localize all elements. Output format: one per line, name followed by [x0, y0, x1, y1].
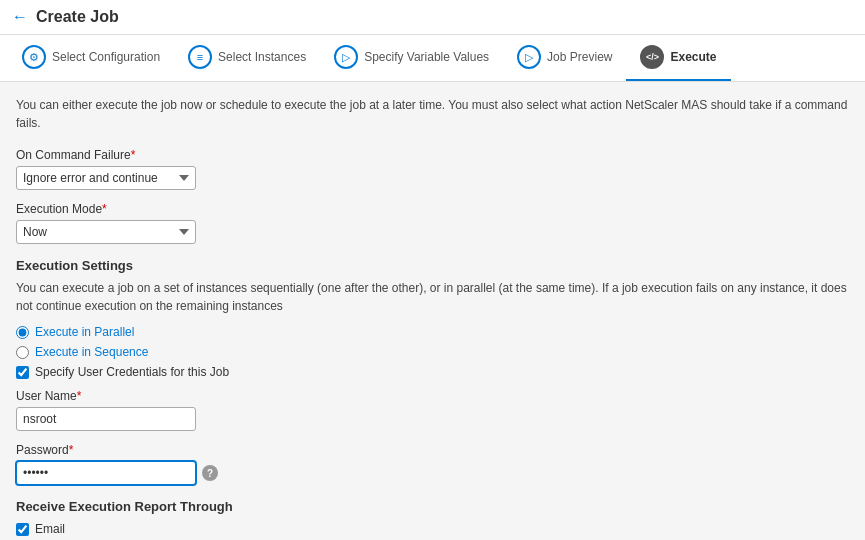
execute-sequence-group: Execute in Sequence — [16, 345, 849, 359]
tab-label-variable: Specify Variable Values — [364, 50, 489, 64]
execute-parallel-radio[interactable] — [16, 326, 29, 339]
tab-execute[interactable]: </> Execute — [626, 35, 730, 81]
tab-label-configuration: Select Configuration — [52, 50, 160, 64]
execute-sequence-radio[interactable] — [16, 346, 29, 359]
specify-credentials-checkbox[interactable] — [16, 366, 29, 379]
tab-label-instances: Select Instances — [218, 50, 306, 64]
report-section: Receive Execution Report Through Email C… — [16, 499, 849, 540]
email-label[interactable]: Email — [35, 522, 65, 536]
tab-specify-variable-values[interactable]: ▷ Specify Variable Values — [320, 35, 503, 81]
execution-settings-section: Execution Settings You can execute a job… — [16, 258, 849, 379]
execution-mode-select[interactable]: Now Schedule — [16, 220, 196, 244]
page-title: Create Job — [36, 8, 119, 26]
on-command-failure-label: On Command Failure* — [16, 148, 849, 162]
execution-mode-group: Execution Mode* Now Schedule — [16, 202, 849, 244]
tab-icon-configuration: ⚙ — [22, 45, 46, 69]
wizard-tabs: ⚙ Select Configuration ≡ Select Instance… — [0, 35, 865, 82]
specify-credentials-label[interactable]: Specify User Credentials for this Job — [35, 365, 229, 379]
password-label: Password* — [16, 443, 849, 457]
password-help-icon[interactable]: ? — [202, 465, 218, 481]
execution-settings-title: Execution Settings — [16, 258, 849, 273]
password-group: Password* ? — [16, 443, 849, 485]
username-label: User Name* — [16, 389, 849, 403]
tab-icon-preview: ▷ — [517, 45, 541, 69]
specify-credentials-group: Specify User Credentials for this Job — [16, 365, 849, 379]
tab-icon-variable: ▷ — [334, 45, 358, 69]
execution-mode-label: Execution Mode* — [16, 202, 849, 216]
email-checkbox-group: Email — [16, 522, 849, 536]
tab-icon-execute: </> — [640, 45, 664, 69]
username-input[interactable] — [16, 407, 196, 431]
execute-sequence-label[interactable]: Execute in Sequence — [35, 345, 148, 359]
tab-icon-instances: ≡ — [188, 45, 212, 69]
password-row: ? — [16, 461, 849, 485]
execution-settings-desc: You can execute a job on a set of instan… — [16, 279, 849, 315]
info-text: You can either execute the job now or sc… — [16, 96, 849, 132]
tab-select-instances[interactable]: ≡ Select Instances — [174, 35, 320, 81]
username-group: User Name* — [16, 389, 849, 431]
password-input[interactable] — [16, 461, 196, 485]
on-command-failure-select[interactable]: Ignore error and continue Stop execution… — [16, 166, 196, 190]
report-section-title: Receive Execution Report Through — [16, 499, 849, 514]
tab-job-preview[interactable]: ▷ Job Preview — [503, 35, 626, 81]
on-command-failure-group: On Command Failure* Ignore error and con… — [16, 148, 849, 190]
content-area: You can either execute the job now or sc… — [0, 82, 865, 540]
back-arrow-icon[interactable]: ← — [12, 8, 28, 26]
email-checkbox[interactable] — [16, 523, 29, 536]
page-header: ← Create Job — [0, 0, 865, 35]
tab-label-execute: Execute — [670, 50, 716, 64]
tab-select-configuration[interactable]: ⚙ Select Configuration — [8, 35, 174, 81]
tab-label-preview: Job Preview — [547, 50, 612, 64]
execute-parallel-label[interactable]: Execute in Parallel — [35, 325, 134, 339]
execute-parallel-group: Execute in Parallel — [16, 325, 849, 339]
